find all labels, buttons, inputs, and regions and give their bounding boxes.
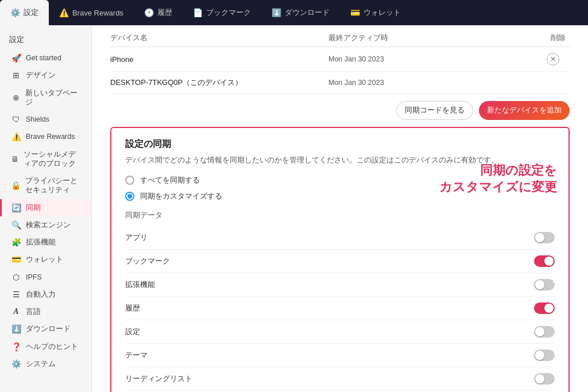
sidebar-section-label: 設定: [0, 32, 91, 49]
sync-box-title: 設定の同期: [125, 138, 555, 150]
view-sync-code-button[interactable]: 同期コードを見る: [396, 101, 473, 120]
get-started-icon: 🚀: [11, 53, 21, 63]
sidebar-item-help[interactable]: ❓ ヘルプのヒント: [0, 338, 91, 355]
tab-settings[interactable]: ⚙️ 設定: [0, 0, 49, 25]
toggle-app[interactable]: [534, 232, 555, 243]
sidebar-item-design[interactable]: ⊞ デザイン: [0, 67, 91, 84]
sync-settings-box: 設定の同期 デバイス間でどのような情報を同期したいのかを管理してください。この設…: [110, 127, 570, 392]
sidebar-item-downloads[interactable]: ⬇️ ダウンロード: [0, 320, 91, 337]
topbar: ⚙️ 設定 ⚠️ Brave Rewards 🕐 履歴 📄 ブックマーク ⬇️ …: [0, 0, 588, 25]
sidebar-item-privacy[interactable]: 🔒 プライバシーとセキュリティ: [0, 172, 91, 199]
action-row: 同期コードを見る 新たなデバイスを追加: [92, 94, 588, 127]
add-device-button[interactable]: 新たなデバイスを追加: [479, 101, 570, 120]
sync-data-rows: アプリ ブックマーク 拡張機能 履歴 設定: [125, 226, 555, 392]
device-active-desktop: Mon Jan 30 2023: [328, 79, 547, 87]
downloads-sidebar-icon: ⬇️: [11, 324, 21, 333]
sidebar-item-sync[interactable]: 🔄 同期: [0, 199, 91, 216]
sidebar-item-system[interactable]: ⚙️ システム: [0, 355, 91, 372]
col-header-active: 最終アクティブ時: [328, 33, 547, 43]
device-table: デバイス名 最終アクティブ時 削除 iPhone Mon Jan 30 2023…: [92, 30, 588, 94]
toggle-settings[interactable]: [534, 326, 555, 337]
privacy-icon: 🔒: [11, 181, 21, 190]
wallet-icon: 💳: [350, 8, 360, 17]
sidebar-item-new-tab[interactable]: ⊕ 新しいタブページ: [0, 84, 91, 111]
toggle-bookmarks[interactable]: [534, 255, 555, 267]
main-layout: 設定 🚀 Get started ⊞ デザイン ⊕ 新しいタブページ 🛡 Shi…: [0, 25, 588, 392]
sidebar-item-language[interactable]: A 言語: [0, 303, 91, 320]
sidebar-item-search[interactable]: 🔍 検索エンジン: [0, 216, 91, 234]
brave-rewards-sidebar-icon: ⚠️: [11, 132, 21, 141]
sync-item-app: アプリ: [125, 226, 555, 250]
sync-item-reading-list: リーディングリスト: [125, 367, 555, 391]
delete-iphone-button[interactable]: ✕: [547, 53, 559, 65]
device-name-desktop: DESKTOP-7TKGQ0P（このデバイス）: [110, 77, 328, 88]
radio-all-circle: [125, 176, 134, 185]
content-area: デバイス名 最終アクティブ時 削除 iPhone Mon Jan 30 2023…: [92, 25, 588, 392]
sidebar-item-ipfs[interactable]: ⬡ IPFS: [0, 269, 91, 286]
tab-history[interactable]: 🕐 履歴: [134, 0, 183, 25]
language-icon: A: [11, 307, 21, 316]
sidebar-item-shields[interactable]: 🛡 Shields: [0, 111, 91, 128]
wallet-sidebar-icon: 💳: [11, 255, 21, 264]
tab-wallet[interactable]: 💳 ウォレット: [340, 0, 411, 25]
social-icon: 🖥: [11, 154, 19, 164]
history-icon: 🕐: [144, 8, 154, 17]
sync-icon: 🔄: [11, 203, 21, 212]
sync-item-theme: テーマ: [125, 344, 555, 367]
autofill-icon: ☰: [11, 290, 21, 299]
table-row: DESKTOP-7TKGQ0P（このデバイス） Mon Jan 30 2023: [110, 72, 570, 94]
device-name-iphone: iPhone: [110, 55, 328, 64]
device-active-iphone: Mon Jan 30 2023: [328, 55, 547, 63]
toggle-history[interactable]: [534, 302, 555, 314]
tab-brave-rewards[interactable]: ⚠️ Brave Rewards: [49, 0, 134, 25]
radio-group: すべてを同期する 同期をカスタマイズする: [125, 175, 555, 201]
sidebar: 設定 🚀 Get started ⊞ デザイン ⊕ 新しいタブページ 🛡 Shi…: [0, 25, 92, 392]
sync-data-label: 同期データ: [125, 211, 555, 220]
sidebar-item-extensions[interactable]: 🧩 拡張機能: [0, 234, 91, 251]
toggle-reading-list[interactable]: [534, 373, 555, 385]
table-row: iPhone Mon Jan 30 2023 ✕: [110, 47, 570, 72]
toggle-extensions[interactable]: [534, 279, 555, 290]
new-tab-icon: ⊕: [11, 93, 21, 102]
tab-bookmarks[interactable]: 📄 ブックマーク: [183, 0, 261, 25]
sync-item-extensions: 拡張機能: [125, 273, 555, 297]
sync-item-history: 履歴: [125, 297, 555, 320]
sidebar-item-autofill[interactable]: ☰ 自動入力: [0, 286, 91, 303]
design-icon: ⊞: [11, 71, 21, 80]
bookmarks-icon: 📄: [193, 8, 203, 17]
device-table-header: デバイス名 最終アクティブ時 削除: [110, 30, 570, 47]
radio-sync-custom[interactable]: 同期をカスタマイズする: [125, 191, 555, 201]
col-header-delete: 削除: [547, 33, 570, 43]
ipfs-icon: ⬡: [11, 273, 21, 282]
sync-box-description: デバイス間でどのような情報を同期したいのかを管理してください。この設定はこのデバ…: [125, 155, 555, 166]
device-delete-iphone: ✕: [547, 53, 570, 65]
shields-icon: 🛡: [11, 115, 21, 124]
sync-item-bookmarks: ブックマーク: [125, 250, 555, 273]
sidebar-item-get-started[interactable]: 🚀 Get started: [0, 49, 91, 67]
extensions-icon: 🧩: [11, 238, 21, 247]
downloads-icon: ⬇️: [272, 8, 281, 17]
sync-item-settings: 設定: [125, 320, 555, 344]
toggle-theme[interactable]: [534, 350, 555, 361]
radio-sync-all[interactable]: すべてを同期する: [125, 175, 555, 185]
system-icon: ⚙️: [11, 359, 21, 368]
brave-rewards-icon: ⚠️: [59, 8, 69, 17]
col-header-name: デバイス名: [110, 33, 328, 43]
sidebar-item-wallet[interactable]: 💳 ウォレット: [0, 251, 91, 268]
radio-custom-circle: [125, 192, 134, 201]
search-icon: 🔍: [11, 220, 21, 230]
tab-downloads[interactable]: ⬇️ ダウンロード: [261, 0, 340, 25]
sidebar-item-brave-rewards[interactable]: ⚠️ Brave Rewards: [0, 128, 91, 145]
settings-icon: ⚙️: [10, 8, 20, 17]
sidebar-item-social-block[interactable]: 🖥 ソーシャルメディアのブロック: [0, 146, 91, 173]
help-icon: ❓: [11, 342, 21, 351]
